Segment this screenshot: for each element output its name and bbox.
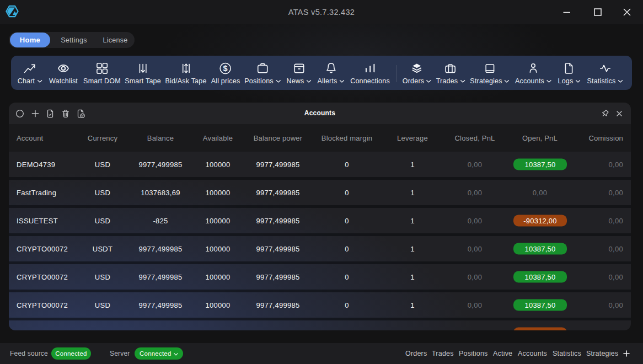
svg-text:$: $ [223,64,228,73]
